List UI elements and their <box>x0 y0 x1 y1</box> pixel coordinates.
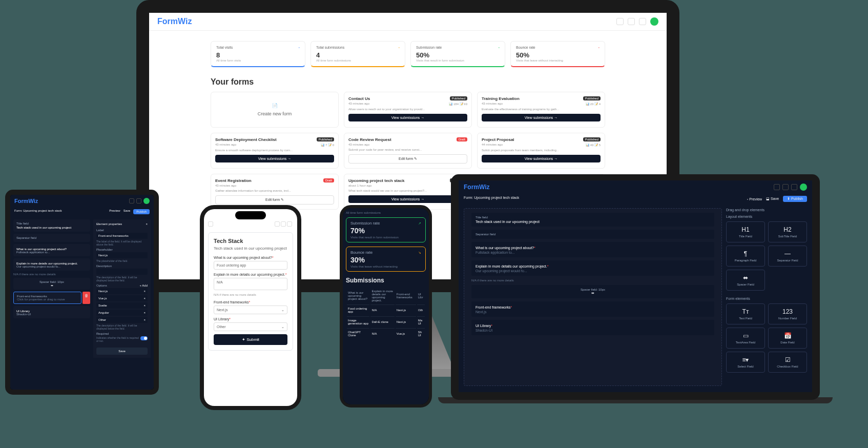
form-card[interactable]: Training EvaluationPublished43 minutes a… <box>477 92 605 128</box>
settings-icon[interactable] <box>136 198 141 203</box>
label-input[interactable]: Front-end frameworks <box>96 233 148 239</box>
avatar[interactable] <box>650 17 658 26</box>
remove-option-icon[interactable]: × <box>143 297 146 300</box>
form-action-button[interactable]: View submissions → <box>348 195 467 203</box>
phone-stats-device: All time form submissions Submission rat… <box>340 205 432 408</box>
breadcrumb-value: Upcoming project tech stack <box>23 209 61 212</box>
submit-button[interactable]: ✦ Submit <box>214 334 287 345</box>
element-cell[interactable]: H2SubTitle Field <box>768 221 807 242</box>
element-cell[interactable]: 📅Date Field <box>768 328 807 349</box>
form-card[interactable]: Code Review RequestDraft43 minutes agoSu… <box>344 133 472 169</box>
question-field[interactable]: What is our upcoming project about? Full… <box>13 244 90 256</box>
save-button[interactable]: Save <box>123 209 131 214</box>
fullscreen-icon[interactable] <box>791 184 797 190</box>
element-cell[interactable]: H1Title Field <box>726 221 765 242</box>
settings-icon[interactable] <box>782 184 789 190</box>
separator-field[interactable]: Separator field <box>471 230 714 239</box>
ui-library-select[interactable]: Other ⌄ <box>214 322 287 331</box>
avatar[interactable] <box>800 184 807 191</box>
question-field[interactable]: Explain in more details our upcoming pro… <box>13 258 90 271</box>
form-card[interactable]: Project ProposalPublished44 minutes ago📊… <box>477 133 605 169</box>
breadcrumb-label: Form: <box>14 209 23 212</box>
phone-form-device: Tech Stack Tech stack used in our upcomi… <box>200 205 301 410</box>
create-form-card[interactable]: 📄Create new form <box>211 92 339 128</box>
option-row[interactable]: Other× <box>96 317 148 323</box>
frameworks-select[interactable]: Next.js ⌄ <box>214 306 287 314</box>
stats-row: Total visits▫8All time form visitsTotal … <box>149 31 667 72</box>
form-card[interactable]: Software Deployment ChecklistPublished43… <box>211 133 339 169</box>
theme-icon[interactable] <box>774 184 780 190</box>
remove-option-icon[interactable]: × <box>143 304 146 307</box>
trend-down-icon: ↘ <box>418 251 421 255</box>
project-details-textarea[interactable]: N/A <box>214 278 287 290</box>
element-cell[interactable]: —Separator Field <box>768 246 807 267</box>
form-action-button[interactable]: View submissions → <box>215 155 334 162</box>
publish-button[interactable]: Publish <box>133 209 150 214</box>
preview-button[interactable]: Preview <box>109 209 120 214</box>
question-field[interactable]: Explain in more details our upcoming pro… <box>471 260 714 276</box>
spacer-field[interactable]: Spacer field: 10px ⬌ <box>13 278 90 290</box>
form-action-button[interactable]: Edit form ✎ <box>215 195 334 205</box>
project-about-input[interactable]: Food ordering app <box>214 261 287 270</box>
option-row[interactable]: Next.js× <box>96 288 148 294</box>
table-header: Explain in more details our upcoming pro… <box>370 288 394 303</box>
form-subtitle: Tech stack used in our upcoming project <box>214 246 287 251</box>
option-row[interactable]: Vue.js× <box>96 295 148 301</box>
settings-icon[interactable] <box>281 221 286 227</box>
element-cell[interactable]: TтText Field <box>726 303 765 324</box>
section-title: Your forms <box>149 72 667 92</box>
delete-button[interactable]: 🗑 <box>82 292 90 304</box>
placeholder-input[interactable]: Next.js <box>96 252 148 258</box>
element-cell[interactable]: ≡▾Select Field <box>726 352 765 373</box>
avatar[interactable] <box>143 198 150 204</box>
fullscreen-icon[interactable] <box>287 221 292 227</box>
remove-option-icon[interactable]: × <box>143 318 146 321</box>
required-toggle[interactable] <box>140 336 148 340</box>
element-cell[interactable]: ▭TextArea Field <box>726 328 765 349</box>
laptop-device: FormWiz Form: Upcoming project tech stac… <box>451 174 820 400</box>
question-field[interactable]: What is our upcoming project about?* Ful… <box>471 242 714 257</box>
element-cell[interactable]: ⬌Spacer Field <box>726 270 765 291</box>
title-field[interactable]: Title field Tech stack used in our upcom… <box>471 213 714 227</box>
element-cell[interactable]: ¶Paragraph Field <box>726 246 765 267</box>
element-cell[interactable]: 123Number Field <box>768 303 807 324</box>
select-field[interactable]: Front-end frameworks* Next.js <box>471 301 714 317</box>
publish-button[interactable]: ⬆ Publish <box>783 196 807 202</box>
form-action-button[interactable]: Edit form ✎ <box>348 154 467 164</box>
element-cell[interactable]: ☑Checkbox Field <box>768 352 807 373</box>
desktop-topbar: FormWiz <box>149 13 667 31</box>
fullscreen-icon[interactable] <box>639 18 646 25</box>
form-card[interactable]: Contact UsPublished43 minutes ago📊 184 📝… <box>344 92 472 128</box>
menu-icon[interactable] <box>208 221 213 227</box>
select-field-selected[interactable]: Front-end frameworks Click for propertie… <box>13 292 81 304</box>
add-option-button[interactable]: + Add <box>139 284 148 288</box>
form-action-button[interactable]: View submissions → <box>482 114 601 121</box>
tablet-canvas: Title field Tech stack used in our upcom… <box>13 219 90 358</box>
form-action-button[interactable]: View submissions → <box>348 114 467 121</box>
select-field[interactable]: UI Library Shadcn-UI <box>13 306 90 318</box>
option-row[interactable]: Svelte× <box>96 302 148 309</box>
form-action-button[interactable]: View submissions → <box>482 155 601 162</box>
save-button[interactable]: ⬓ Save <box>766 197 779 201</box>
select-field[interactable]: UI Library* Shadcn-UI <box>471 320 714 335</box>
submission-rate-card: Submission rate ↗ 70% Visits that result… <box>346 217 426 242</box>
spacer-field[interactable]: Spacer field: 10px ⬌ <box>471 285 714 298</box>
stat-card: Total visits▫8All time form visits <box>211 41 305 67</box>
separator-field[interactable]: Separator field <box>13 234 90 242</box>
remove-option-icon[interactable]: × <box>143 290 146 293</box>
form-card[interactable]: Event RegistrationDraft43 minutes agoGat… <box>211 174 339 210</box>
close-icon[interactable]: × <box>146 222 148 226</box>
bounce-rate-card: Bounce rate ↘ 30% Visits that leave with… <box>346 247 426 272</box>
desktop-top-icons <box>616 17 658 26</box>
theme-icon[interactable] <box>616 18 624 25</box>
theme-icon[interactable] <box>275 221 280 227</box>
preview-button[interactable]: ▫ Preview <box>747 197 762 201</box>
save-properties-button[interactable]: Save <box>96 348 148 355</box>
laptop-canvas[interactable]: Title field Tech stack used in our upcom… <box>464 208 722 386</box>
theme-icon[interactable] <box>129 198 134 203</box>
remove-option-icon[interactable]: × <box>143 311 146 314</box>
settings-icon[interactable] <box>628 18 635 25</box>
title-field[interactable]: Title field Tech stack used in our upcom… <box>13 219 90 232</box>
option-row[interactable]: Angular× <box>96 310 148 316</box>
description-input[interactable] <box>96 269 148 275</box>
